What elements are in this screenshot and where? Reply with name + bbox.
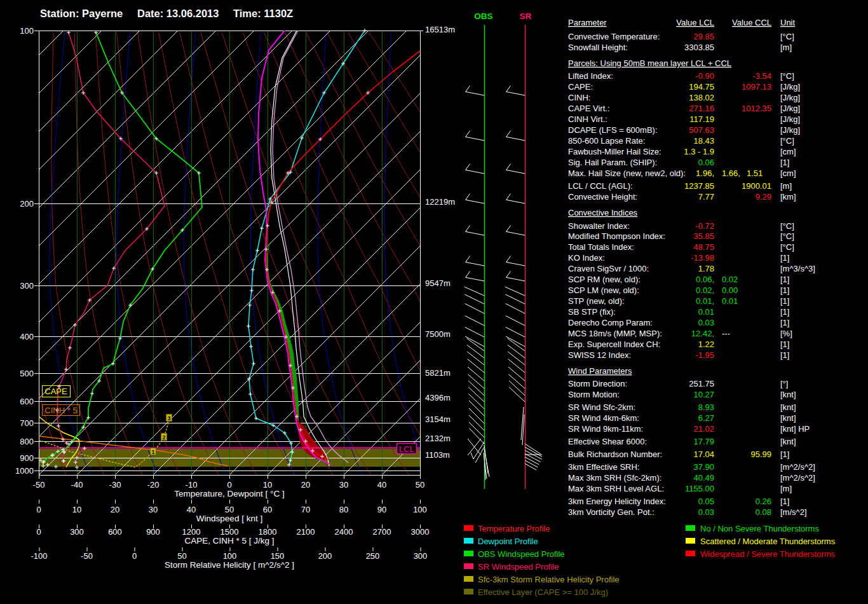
svg-text:Wind Parameters: Wind Parameters	[568, 366, 632, 376]
svg-text:3: 3	[167, 415, 170, 422]
svg-text:-3.54: -3.54	[752, 71, 771, 81]
svg-text:[knt]: [knt]	[780, 437, 796, 446]
svg-text:20: 20	[301, 480, 310, 490]
svg-text:30: 30	[339, 480, 348, 490]
svg-text:[knt]: [knt]	[780, 390, 796, 399]
svg-text:1.66,: 1.66,	[722, 168, 740, 178]
svg-text:No / Non Severe Thunderstorms: No / Non Severe Thunderstorms	[700, 524, 819, 533]
svg-text:KO Index:: KO Index:	[568, 253, 605, 263]
svg-text:1.78: 1.78	[698, 264, 714, 273]
svg-text:SB STP (fix):: SB STP (fix):	[568, 307, 616, 317]
svg-text:1900.01: 1900.01	[742, 181, 771, 191]
svg-text:0.06: 0.06	[698, 158, 714, 167]
svg-text:400: 400	[20, 332, 34, 341]
svg-text:6.27: 6.27	[698, 413, 714, 423]
svg-text:[1]: [1]	[780, 318, 789, 327]
svg-text:[m]: [m]	[780, 181, 792, 191]
svg-text:Convective Temperature:: Convective Temperature:	[568, 32, 660, 41]
svg-text:40: 40	[377, 480, 386, 490]
svg-text:[1]: [1]	[780, 275, 789, 284]
svg-text:Storm Motion:: Storm Motion:	[568, 390, 620, 399]
svg-text:500: 500	[20, 369, 34, 378]
svg-text:Max 3km SRH (Sfc-2km):: Max 3km SRH (Sfc-2km):	[568, 473, 661, 483]
svg-text:Station: Payerne: Station: Payerne	[40, 8, 123, 19]
svg-text:-30: -30	[109, 480, 121, 490]
svg-text:3154m: 3154m	[425, 415, 451, 424]
svg-text:Lifted Index:: Lifted Index:	[568, 71, 613, 81]
svg-text:3303.85: 3303.85	[684, 43, 714, 52]
svg-text:300: 300	[70, 527, 84, 537]
svg-text:-20: -20	[147, 480, 159, 490]
svg-text:50: 50	[177, 551, 186, 561]
svg-text:3km Vorticity Gen. Pot.:: 3km Vorticity Gen. Pot.:	[568, 507, 654, 517]
svg-text:Time: 1130Z: Time: 1130Z	[233, 8, 293, 19]
svg-text:8.93: 8.93	[698, 402, 714, 412]
svg-text:4396m: 4396m	[425, 393, 451, 402]
svg-text:10.27: 10.27	[693, 390, 714, 399]
svg-text:2132m: 2132m	[425, 434, 451, 443]
svg-text:Dewpoint Profile: Dewpoint Profile	[478, 537, 538, 546]
svg-text:30: 30	[149, 505, 158, 514]
svg-text:3km Effective SRH:: 3km Effective SRH:	[568, 462, 639, 472]
svg-text:117.19: 117.19	[689, 114, 714, 124]
svg-text:0.02: 0.02	[722, 275, 738, 284]
svg-text:80: 80	[339, 505, 348, 514]
svg-text:1500: 1500	[220, 527, 239, 537]
svg-text:[m^2/s^2]: [m^2/s^2]	[780, 462, 815, 472]
svg-text:271.16: 271.16	[689, 104, 714, 113]
svg-text:0: 0	[36, 527, 41, 537]
svg-text:SCP LM (new, old):: SCP LM (new, old):	[568, 285, 639, 295]
svg-text:9547m: 9547m	[425, 278, 451, 288]
svg-text:40.49: 40.49	[693, 473, 714, 483]
svg-text:Convective Height:: Convective Height:	[568, 192, 637, 202]
svg-text:0.01: 0.01	[698, 307, 714, 317]
svg-text:0.05: 0.05	[698, 497, 714, 506]
svg-text:1103m: 1103m	[425, 450, 450, 460]
svg-text:900: 900	[20, 453, 34, 463]
svg-text:[°C]: [°C]	[780, 221, 794, 231]
svg-text:2: 2	[162, 434, 165, 441]
svg-text:0.08: 0.08	[756, 507, 771, 517]
svg-text:---: ---	[722, 329, 730, 338]
svg-text:Effective Layer (CAPE >= 100 J: Effective Layer (CAPE >= 100 J/kg)	[478, 587, 608, 597]
svg-text:[1]: [1]	[780, 350, 789, 360]
svg-text:SR Wind 4km-6km:: SR Wind 4km-6km:	[568, 413, 639, 423]
svg-text:7500m: 7500m	[425, 329, 451, 339]
svg-text:5821m: 5821m	[425, 368, 451, 378]
svg-text:Sig. Hail Param. (SHIP):: Sig. Hail Param. (SHIP):	[568, 158, 657, 167]
svg-text:251.75: 251.75	[689, 379, 714, 388]
svg-text:60: 60	[263, 505, 272, 514]
svg-text:SR Windspeed Profile: SR Windspeed Profile	[478, 562, 559, 572]
svg-text:[1]: [1]	[780, 307, 789, 317]
svg-text:Max. Hail Size (new, new2, old: Max. Hail Size (new, new2, old):	[568, 168, 686, 178]
svg-text:[m^2/s^2]: [m^2/s^2]	[780, 473, 815, 483]
svg-text:600: 600	[108, 527, 122, 537]
svg-text:Exp. Supercell Index CH:: Exp. Supercell Index CH:	[568, 340, 660, 349]
svg-text:37.90: 37.90	[693, 462, 714, 472]
svg-text:Windspeed [ knt ]: Windspeed [ knt ]	[196, 514, 262, 523]
svg-text:[°C]: [°C]	[780, 136, 794, 146]
svg-text:2400: 2400	[335, 527, 353, 537]
svg-text:40: 40	[187, 505, 196, 514]
svg-text:100: 100	[20, 26, 34, 36]
svg-text:1.51: 1.51	[747, 168, 763, 178]
svg-text:0: 0	[36, 505, 41, 514]
svg-text:Convective Indices: Convective Indices	[568, 208, 638, 217]
svg-text:1: 1	[151, 449, 154, 455]
svg-text:48.75: 48.75	[693, 242, 714, 252]
svg-text:Widespread / Severe Thundersto: Widespread / Severe Thunderstorms	[700, 549, 836, 559]
svg-text:MCS 18m/s (MMP, MSP):: MCS 18m/s (MMP, MSP):	[568, 329, 662, 338]
svg-text:250: 250	[366, 551, 380, 561]
svg-text:90: 90	[377, 505, 386, 514]
svg-text:10: 10	[263, 480, 272, 490]
svg-text:[J/kg]: [J/kg]	[780, 114, 800, 124]
svg-text:1.96,: 1.96,	[696, 168, 714, 178]
svg-text:-100: -100	[31, 551, 47, 561]
svg-text:0.03: 0.03	[698, 318, 714, 327]
svg-text:[1]: [1]	[780, 340, 789, 349]
svg-text:1.22: 1.22	[698, 340, 714, 349]
svg-text:[knt]: [knt]	[780, 413, 796, 423]
svg-text:OBS Windspeed Profile: OBS Windspeed Profile	[478, 549, 565, 559]
svg-text:12219m: 12219m	[425, 197, 455, 207]
svg-text:1155.00: 1155.00	[685, 484, 714, 493]
